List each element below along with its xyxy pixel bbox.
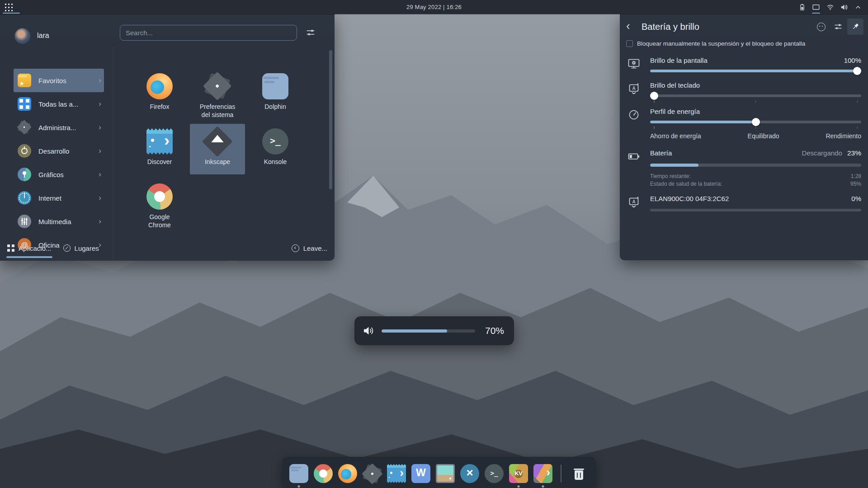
dock-item-trash[interactable] (570, 464, 589, 483)
chevron-right-icon: › (99, 123, 101, 132)
konsole-icon (485, 464, 504, 483)
application-launcher-button[interactable] (0, 0, 24, 14)
chevron-right-icon: › (99, 146, 101, 155)
divider (113, 47, 113, 261)
battery-detail-row: Estado de salud de la batería: 95% (650, 180, 861, 188)
configure-icon[interactable] (830, 19, 846, 35)
system-tray (797, 0, 868, 14)
dock-item-chrome[interactable] (314, 464, 333, 483)
sidebar-item-favorites[interactable]: Favoritos › (14, 69, 104, 92)
app-item-discover[interactable]: Discover (132, 124, 187, 174)
dock-item-vscode[interactable] (460, 464, 479, 483)
firefox-icon (338, 464, 357, 483)
checkbox-label: Bloquear manualmente la suspensión y el … (637, 40, 805, 47)
digital-clock[interactable]: 29 May 2022 | 16:26 (406, 4, 462, 10)
chevron-right-icon: › (99, 170, 101, 179)
dock-item-konsole[interactable] (485, 464, 504, 483)
slider-handle[interactable] (752, 118, 760, 126)
volume-osd: 70% (354, 316, 514, 345)
dock-item-gallery[interactable] (436, 464, 455, 483)
top-panel: 29 May 2022 | 16:26 (0, 0, 868, 14)
keyboard-brightness-icon: A (627, 82, 641, 95)
favorites-grid: Firefox Preferencias del sistema Dolphin… (132, 69, 303, 230)
sidebar-item-administration[interactable]: Administra... › (14, 116, 104, 139)
app-item-firefox[interactable]: Firefox (132, 69, 187, 119)
power-profile-slider[interactable] (650, 117, 861, 127)
slider-handle[interactable] (853, 67, 861, 75)
device-progressbar (650, 209, 861, 211)
lock-suspend-checkbox[interactable] (626, 40, 633, 47)
slider-handle[interactable] (650, 92, 658, 100)
avatar[interactable] (15, 28, 30, 43)
pin-button[interactable] (847, 19, 863, 35)
chevron-right-icon: › (99, 99, 101, 108)
development-icon (18, 144, 31, 158)
volume-value: 70% (483, 325, 504, 336)
dock-item-writer[interactable] (411, 464, 430, 483)
battery-status: Descargando (802, 149, 842, 157)
chevron-right-icon: › (99, 193, 101, 202)
slider-ticks (650, 100, 861, 103)
battery-details: Tiempo restante: 1:28 Estado de salud de… (650, 173, 861, 188)
dock-item-system-settings[interactable] (363, 464, 382, 483)
app-item-inkscape[interactable]: Inkscape (190, 124, 245, 174)
configure-icon[interactable] (306, 28, 316, 39)
keyboard-brightness-slider[interactable] (650, 91, 861, 100)
display-brightness-icon[interactable] (811, 0, 821, 14)
power-profile-icon (627, 108, 641, 122)
emoji-icon[interactable] (813, 19, 829, 35)
places-icon (63, 244, 71, 252)
app-item-dolphin[interactable]: Dolphin (248, 69, 303, 119)
leave-button[interactable]: Leave... (292, 244, 327, 252)
sidebar-item-all-apps[interactable]: Todas las a... › (14, 92, 104, 116)
dolphin-icon (289, 464, 308, 483)
wifi-icon[interactable] (825, 0, 835, 14)
sidebar-item-graphics[interactable]: Gráficos › (14, 163, 104, 186)
all-apps-icon (18, 97, 31, 111)
dock-item-separator (558, 465, 564, 483)
sidebar-item-multimedia[interactable]: Multimedia › (14, 210, 104, 233)
profile-option-balanced[interactable]: Equilibrado (748, 132, 779, 140)
internet-icon (18, 191, 31, 205)
volume-icon[interactable] (839, 0, 849, 14)
separator-icon (561, 465, 561, 483)
search-input[interactable] (120, 25, 297, 41)
system-settings-icon (363, 464, 382, 483)
back-button[interactable]: ‹ (626, 20, 637, 32)
keyboard-brightness-label: Brillo del teclado (650, 81, 700, 89)
svg-text:A: A (632, 199, 636, 204)
chevron-up-icon[interactable] (853, 0, 863, 14)
app-item-chrome[interactable]: Google Chrome (132, 179, 187, 230)
gallery-icon (436, 464, 455, 483)
battery-progressbar (650, 164, 861, 167)
slider-ticks (650, 127, 861, 129)
panel-title: Batería y brillo (642, 22, 812, 32)
dock-item-kv[interactable] (509, 464, 528, 483)
sidebar-item-development[interactable]: Desarrollo › (14, 139, 104, 163)
screen-brightness-label: Brillo de la pantalla (650, 56, 708, 64)
battery-brightness-panel: ‹ Batería y brillo Bloquear manualmente … (620, 14, 868, 260)
device-label: ELAN900C:00 04F3:2C62 (650, 195, 729, 202)
sidebar-item-internet[interactable]: Internet › (14, 186, 104, 210)
footer-tab-applications[interactable]: Aplicacio... (7, 244, 52, 252)
dock-item-discover[interactable] (387, 464, 406, 483)
dock-item-paint[interactable] (533, 464, 552, 483)
profile-option-performance[interactable]: Rendimiento (826, 132, 861, 140)
footer-tab-places[interactable]: Lugares (63, 244, 99, 252)
chevron-right-icon: › (99, 76, 101, 85)
profile-option-powersave[interactable]: Ahorro de energía (650, 132, 701, 140)
screen-brightness-slider[interactable] (650, 66, 861, 75)
battery-label: Batería (650, 149, 672, 157)
app-item-konsole[interactable]: Konsole (248, 124, 303, 174)
battery-icon[interactable] (797, 0, 807, 14)
favorites-icon (18, 74, 31, 87)
device-percent: 0% (851, 195, 861, 202)
battery-percent: 23% (847, 149, 861, 157)
power-profile-label: Perfil de energía (650, 108, 700, 115)
app-item-system-settings[interactable]: Preferencias del sistema (190, 69, 245, 119)
writer-icon (411, 464, 430, 483)
peripheral-battery-icon: A (627, 195, 641, 209)
dock-item-dolphin[interactable] (289, 464, 308, 483)
scrollbar[interactable] (329, 50, 332, 189)
dock-item-firefox[interactable] (338, 464, 357, 483)
